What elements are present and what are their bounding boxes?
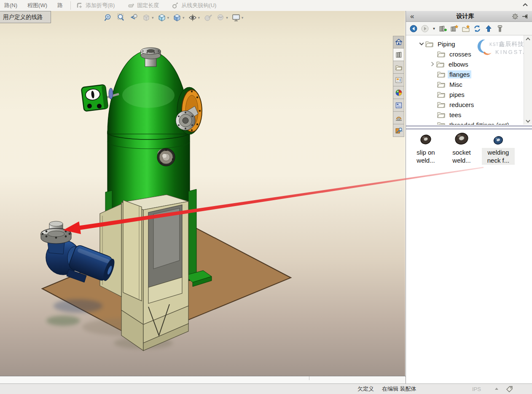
tab-file-explorer[interactable] — [393, 61, 404, 74]
library-item-label-selected: weldingneck f... — [482, 148, 515, 165]
design-library-panel: « 设计库 — [406, 11, 532, 383]
folder-icon — [437, 71, 445, 78]
collapse-toolbar-chevron-icon[interactable] — [522, 2, 529, 8]
status-bar: 欠定义 在编辑 装配体 IPS — [0, 383, 532, 394]
display-style-caret[interactable]: ▾ — [183, 16, 185, 20]
routing-library-icon — [395, 127, 403, 134]
view-orientation-caret[interactable]: ▾ — [167, 16, 169, 20]
tree-label: Misc — [448, 80, 464, 88]
menu-item-route[interactable]: 路(N) — [4, 2, 17, 9]
zoom-to-area-button[interactable] — [116, 13, 126, 22]
pipe-clip-icon — [395, 114, 403, 122]
library-item-socket-weld[interactable]: socketweld... — [445, 131, 478, 165]
view-settings-caret[interactable]: ▾ — [242, 16, 244, 20]
previous-view-button[interactable] — [129, 13, 138, 22]
tree-item-tees[interactable]: tees — [437, 110, 463, 120]
hide-show-items-caret[interactable]: ▾ — [198, 16, 200, 20]
slip-on-weld-flange-thumbnail — [418, 132, 434, 147]
previous-view-icon — [129, 13, 138, 22]
edit-appearance-button[interactable] — [203, 13, 212, 22]
custom-properties-icon — [395, 102, 403, 109]
socket-weld-flange-thumbnail — [453, 131, 470, 147]
refresh-icon[interactable] — [473, 24, 481, 33]
add-file-location-icon[interactable] — [450, 24, 459, 33]
forward-button-icon[interactable] — [421, 24, 429, 33]
scroll-up-icon[interactable] — [524, 36, 532, 42]
section-view-caret[interactable]: ▾ — [152, 16, 154, 20]
tree-label: elbows — [447, 60, 470, 68]
hide-show-items-icon — [188, 13, 197, 22]
toolbox-bolt-icon[interactable] — [496, 24, 504, 33]
add-to-library-icon[interactable] — [439, 24, 447, 33]
tree-scrollbar[interactable] — [524, 35, 532, 125]
tree-item-elbows[interactable]: elbows — [430, 59, 470, 69]
menu-item-drawing[interactable]: 程图(W) — [27, 2, 47, 9]
tab-custom-properties[interactable] — [393, 99, 404, 112]
tree-label: tees — [448, 111, 463, 119]
display-style-button[interactable]: ▾ — [172, 13, 185, 22]
apply-scene-caret[interactable]: ▾ — [226, 16, 228, 20]
tree-label: Piping — [436, 40, 457, 48]
toolbar-separator — [70, 1, 71, 10]
tab-appearances-scenes[interactable] — [393, 86, 404, 99]
tab-view-palette[interactable] — [393, 74, 404, 86]
library-item-welding-neck[interactable]: weldingneck f... — [482, 131, 515, 165]
units-indicator[interactable]: IPS — [472, 386, 481, 392]
fixed-length-button[interactable]: 固定长度 — [127, 2, 159, 9]
tab-routing-library[interactable] — [393, 124, 404, 137]
tree-item-flanges[interactable]: flanges — [437, 69, 471, 79]
units-caret-icon[interactable] — [495, 388, 498, 390]
tree-label: reducers — [448, 101, 476, 109]
tree-item-piping[interactable]: Piping — [419, 39, 457, 49]
hide-show-items-button[interactable]: ▾ — [188, 13, 200, 22]
chevron-down-icon[interactable] — [419, 41, 425, 47]
section-view-button[interactable]: ▾ — [142, 13, 154, 22]
tree-label: pipes — [448, 91, 466, 99]
status-strip-divider — [309, 376, 309, 380]
definition-status: 欠定义 — [357, 385, 374, 393]
tree-item-pipes[interactable]: pipes — [437, 89, 466, 99]
panel-collapse-button[interactable]: « — [410, 12, 419, 21]
open-folder-icon — [395, 64, 403, 71]
apply-scene-button[interactable]: ▾ — [216, 13, 228, 22]
panel-splitter[interactable] — [406, 126, 532, 129]
tag-icon[interactable] — [506, 386, 513, 393]
view-orientation-button[interactable]: ▾ — [157, 13, 169, 22]
view-settings-button[interactable]: ▾ — [231, 13, 244, 22]
assembly-3d-scene[interactable] — [0, 11, 405, 376]
tree-item-reducers[interactable]: reducers — [437, 99, 476, 110]
zoom-to-fit-button[interactable] — [104, 13, 113, 22]
view-orientation-icon — [157, 13, 167, 22]
tab-user-defined-route-label: 用户定义的线路 — [3, 13, 43, 21]
graphics-viewport[interactable]: ▾ ▾ ▾ — [0, 11, 405, 376]
design-library-toolbar: ▾ — [406, 22, 532, 35]
panel-options-gear-icon[interactable] — [512, 13, 519, 20]
back-button-icon[interactable] — [409, 24, 418, 33]
scroll-down-icon[interactable] — [524, 118, 532, 124]
tree-item-crosses[interactable]: crosses — [437, 49, 473, 59]
tab-routing-clips[interactable] — [393, 112, 404, 124]
tab-user-defined-route[interactable]: 用户定义的线路 — [0, 11, 51, 23]
library-item-label: slip onweld... — [409, 148, 442, 165]
design-library-title: 设计库 — [419, 13, 512, 20]
home-icon — [395, 38, 403, 46]
add-bend-label: 添加折弯(B) — [86, 2, 115, 9]
detach-from-clip-button[interactable]: 从线夹脱钩(U) — [172, 2, 216, 9]
tab-solidworks-resources[interactable] — [393, 36, 404, 48]
move-up-icon[interactable] — [484, 24, 493, 33]
folder-icon — [436, 61, 444, 67]
add-bend-button[interactable]: 添加折弯(B) — [76, 2, 115, 9]
apply-scene-icon — [216, 13, 225, 22]
tab-design-library[interactable] — [393, 48, 404, 61]
design-library-titlebar: « 设计库 — [406, 11, 532, 22]
tree-item-threaded-fittings[interactable]: threaded fittings (npt) — [437, 120, 511, 125]
create-new-folder-icon[interactable] — [462, 24, 470, 33]
panel-pin-icon[interactable] — [522, 13, 529, 20]
tree-label-selected: flanges — [448, 70, 471, 78]
menu-item-route2[interactable]: 路 — [57, 2, 63, 9]
design-library-tree: Piping crosses elbows — [406, 35, 523, 125]
library-item-slip-on-weld[interactable]: slip onweld... — [409, 131, 442, 165]
chevron-right-icon[interactable] — [430, 61, 435, 67]
history-dropdown-caret[interactable]: ▾ — [433, 26, 435, 31]
tree-item-misc[interactable]: Misc — [437, 79, 464, 89]
